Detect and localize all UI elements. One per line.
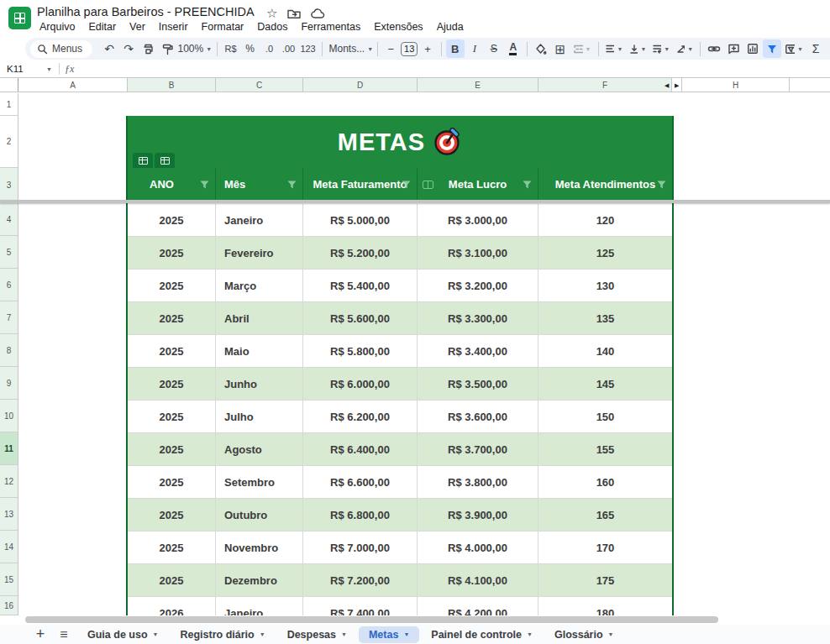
header-meta-lucro[interactable]: Meta Lucro (418, 168, 538, 201)
table-row[interactable]: 2025 Março R$ 5.400,00 R$ 3.200,00 130 (128, 270, 672, 302)
menus-search[interactable]: Menus (30, 40, 92, 58)
cell-mes[interactable]: Fevereiro (216, 237, 303, 270)
cell-meta-faturamento[interactable]: R$ 6.200,00 (303, 401, 418, 433)
undo-button[interactable]: ↶ (100, 39, 118, 58)
row-header[interactable]: 16 (0, 596, 18, 615)
cell-mes[interactable]: Maio (216, 335, 303, 368)
insert-comment-button[interactable] (724, 39, 743, 58)
table-row[interactable]: 2025 Novembro R$ 7.000,00 R$ 4.000,00 17… (128, 531, 672, 564)
filter-funnel-icon[interactable] (287, 181, 297, 189)
col-header-I[interactable] (790, 78, 830, 92)
cell-meta-faturamento[interactable]: R$ 6.800,00 (303, 499, 418, 531)
cell-mes[interactable]: Agosto (216, 433, 303, 466)
filter-funnel-icon[interactable] (402, 181, 411, 189)
document-title[interactable]: Planilha para Barbeiros - PREENCHIDA (37, 5, 255, 18)
cell-meta-faturamento[interactable]: R$ 6.000,00 (303, 368, 418, 401)
cell-meta-atendimentos[interactable]: 180 (538, 597, 672, 615)
cell-meta-lucro[interactable]: R$ 3.500,00 (418, 368, 538, 401)
table-title-band[interactable]: METAS (128, 116, 672, 168)
table-copy-chip[interactable] (155, 153, 175, 168)
name-box[interactable]: K11 ▼ (0, 64, 52, 74)
filter-funnel-icon[interactable] (200, 181, 209, 189)
italic-button[interactable]: I (465, 39, 484, 58)
cell-meta-atendimentos[interactable]: 160 (538, 466, 672, 499)
functions-button[interactable]: Σ (806, 39, 825, 58)
table-row[interactable]: 2025 Junho R$ 6.000,00 R$ 3.500,00 145 (128, 368, 672, 401)
more-formats-button[interactable]: 123 (299, 39, 318, 58)
cell-ano[interactable]: 2025 (128, 335, 216, 368)
menubar-item[interactable]: Ver (123, 19, 151, 34)
cell-mes[interactable]: Novembro (216, 531, 303, 564)
text-rotation-button[interactable]: ▼ (673, 39, 696, 58)
cloud-status-icon[interactable] (311, 8, 325, 19)
add-sheet-button[interactable]: + (30, 626, 50, 643)
row-header[interactable]: 15 (0, 563, 18, 596)
print-button[interactable] (139, 39, 157, 58)
row-header[interactable]: 9 (0, 367, 18, 400)
cell-meta-lucro[interactable]: R$ 3.200,00 (418, 270, 538, 302)
chevron-down-icon[interactable]: ▼ (153, 631, 159, 637)
col-header-A[interactable]: A (18, 78, 128, 92)
row-header[interactable]: 5 (0, 236, 18, 269)
cell-ano[interactable]: 2025 (128, 204, 216, 237)
create-filter-button[interactable] (763, 39, 781, 58)
cell-meta-atendimentos[interactable]: 165 (538, 499, 672, 531)
cell-meta-lucro[interactable]: R$ 3.400,00 (418, 335, 538, 368)
table-row[interactable]: 2025 Setembro R$ 6.600,00 R$ 3.800,00 16… (128, 466, 672, 499)
unhide-left-icon[interactable]: ◀ (665, 82, 669, 88)
menubar-item[interactable]: Arquivo (34, 19, 81, 34)
sheet-tab[interactable]: Metas ▼ (359, 626, 419, 643)
cell-meta-lucro[interactable]: R$ 3.900,00 (418, 499, 538, 531)
menubar-item[interactable]: Ajuda (431, 19, 470, 34)
cell-ano[interactable]: 2025 (128, 401, 216, 433)
sheet-tab[interactable]: Painel de controle ▼ (421, 626, 543, 643)
cell-meta-lucro[interactable]: R$ 3.700,00 (418, 433, 538, 466)
header-ano[interactable]: ANO (128, 168, 216, 201)
row-header[interactable]: 1 (0, 93, 18, 116)
cell-meta-atendimentos[interactable]: 125 (538, 237, 672, 270)
all-sheets-button[interactable]: ≡ (54, 627, 74, 642)
filter-funnel-icon[interactable] (657, 181, 666, 189)
horizontal-align-button[interactable]: ▼ (602, 39, 625, 58)
cell-meta-faturamento[interactable]: R$ 7.400,00 (303, 597, 418, 615)
col-header-B[interactable]: B (128, 78, 216, 92)
vertical-align-button[interactable]: ▼ (626, 39, 649, 58)
cell-mes[interactable]: Dezembro (216, 564, 303, 597)
cell-meta-atendimentos[interactable]: 120 (538, 204, 672, 237)
sheet-tab[interactable]: Glossário ▼ (544, 626, 624, 643)
row-header[interactable]: 6 (0, 269, 18, 301)
frozen-rows-divider[interactable] (0, 200, 830, 203)
sheet-tab[interactable]: Registro diário ▼ (170, 626, 275, 643)
cell-meta-faturamento[interactable]: R$ 5.800,00 (303, 335, 418, 368)
sheet-tab[interactable]: Despesas ▼ (277, 626, 357, 643)
chevron-down-icon[interactable]: ▼ (527, 631, 533, 637)
strikethrough-button[interactable]: S (485, 39, 503, 58)
cell-meta-atendimentos[interactable]: 140 (538, 335, 672, 368)
header-meta-atendimentos[interactable]: Meta Atendimentos (538, 168, 672, 201)
filter-funnel-icon[interactable] (523, 181, 532, 189)
cell-meta-lucro[interactable]: R$ 4.100,00 (418, 564, 538, 597)
cell-meta-faturamento[interactable]: R$ 5.200,00 (303, 237, 418, 270)
cell-meta-lucro[interactable]: R$ 4.200,00 (418, 597, 538, 615)
row-header[interactable]: 14 (0, 531, 18, 563)
cell-ano[interactable]: 2025 (128, 433, 216, 466)
format-currency-button[interactable]: R$ (222, 39, 240, 58)
cell-meta-atendimentos[interactable]: 150 (538, 401, 672, 433)
cell-meta-faturamento[interactable]: R$ 5.400,00 (303, 270, 418, 302)
increase-font-size-button[interactable]: + (418, 39, 437, 58)
cell-meta-faturamento[interactable]: R$ 7.200,00 (303, 564, 418, 597)
col-header-F[interactable]: F (538, 78, 672, 92)
insert-link-button[interactable] (705, 39, 723, 58)
table-row[interactable]: 2026 Janeiro R$ 7.400,00 R$ 4.200,00 180 (128, 597, 672, 615)
table-row[interactable]: 2025 Janeiro R$ 5.000,00 R$ 3.000,00 120 (128, 204, 672, 237)
cell-meta-faturamento[interactable]: R$ 6.400,00 (303, 433, 418, 466)
row-header[interactable]: 2 (0, 116, 18, 168)
text-wrap-button[interactable]: ▼ (649, 39, 672, 58)
table-row[interactable]: 2025 Maio R$ 5.800,00 R$ 3.400,00 140 (128, 335, 672, 368)
move-folder-icon[interactable] (287, 8, 301, 19)
sheet-tab[interactable]: Guia de uso ▼ (77, 626, 168, 643)
cell-meta-atendimentos[interactable]: 145 (538, 368, 672, 401)
cell-meta-lucro[interactable]: R$ 4.000,00 (418, 531, 538, 564)
row-header[interactable]: 3 (0, 168, 18, 203)
chevron-down-icon[interactable]: ▼ (341, 631, 347, 637)
